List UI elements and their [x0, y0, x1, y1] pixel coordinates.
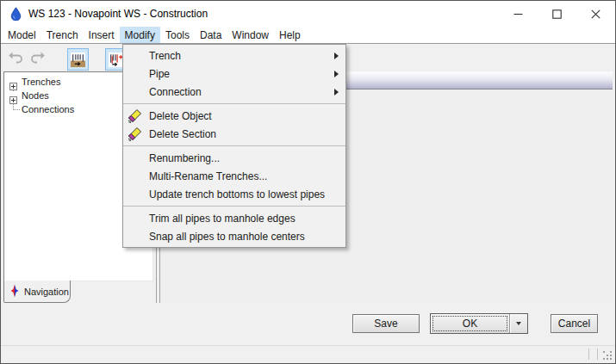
menubar-item-help[interactable]: Help — [274, 27, 306, 43]
save-button-label: Save — [374, 318, 397, 330]
status-separator — [597, 349, 598, 360]
submenu-arrow-icon — [334, 71, 339, 77]
menu-item-renumbering[interactable]: Renumbering... — [123, 149, 345, 167]
minimize-button[interactable] — [499, 1, 538, 27]
menu-item-label: Update trench bottoms to lowest pipes — [149, 188, 325, 201]
ok-button[interactable]: OK — [431, 314, 510, 333]
menu-item-label: Trim all pipes to manhole edges — [149, 213, 296, 225]
menu-item-snap-all-pipes[interactable]: Snap all pipes to manhole centers — [123, 227, 345, 245]
menu-item-connection[interactable]: Connection — [123, 83, 345, 101]
menu-separator — [123, 206, 345, 207]
menu-item-label: Delete Object — [149, 110, 212, 122]
menu-item-delete-object[interactable]: Delete Object — [123, 107, 345, 125]
menubar-item-trench[interactable]: Trench — [41, 27, 84, 43]
ok-split-button: OK — [430, 313, 528, 334]
tree-item-label: Trenches — [22, 77, 60, 87]
tab-label: Navigation — [24, 287, 69, 297]
construction-profile-icon[interactable] — [67, 48, 89, 71]
menu-item-delete-section[interactable]: Delete Section — [123, 125, 345, 143]
modify-dropdown-menu: Trench Pipe Connection Delete Object — [122, 44, 346, 248]
water-drop-icon — [10, 7, 22, 21]
tree-item-label: Nodes — [22, 90, 49, 101]
menubar-item-tools[interactable]: Tools — [160, 27, 195, 43]
menu-item-label: Trench — [149, 50, 181, 62]
window-title: WS 123 - Novapoint WS - Construction — [28, 8, 208, 20]
maximize-button[interactable] — [538, 1, 576, 27]
menu-separator — [123, 103, 345, 104]
menu-item-pipe[interactable]: Pipe — [123, 65, 345, 83]
menu-item-label: Delete Section — [149, 128, 216, 140]
menu-item-multi-rename-trenches[interactable]: Multi-Rename Trenches... — [123, 167, 345, 185]
expand-icon[interactable] — [9, 78, 17, 86]
cancel-button[interactable]: Cancel — [551, 314, 598, 333]
menu-bar: Model Trench Insert Modify Tools Data Wi… — [1, 27, 615, 44]
menubar-item-model[interactable]: Model — [3, 27, 41, 43]
menubar-item-data[interactable]: Data — [195, 27, 227, 43]
compass-icon — [9, 284, 21, 299]
menu-item-label: Multi-Rename Trenches... — [149, 170, 267, 182]
status-bar — [1, 345, 615, 363]
menu-item-update-trench-bottoms[interactable]: Update trench bottoms to lowest pipes — [123, 185, 345, 203]
eraser-icon — [128, 108, 142, 123]
ok-dropdown-button[interactable] — [510, 314, 527, 333]
menu-separator — [123, 145, 345, 146]
tab-navigation[interactable]: Navigation — [3, 281, 71, 303]
tree-item-connections[interactable]: Connections — [4, 102, 74, 116]
tree-item-label: Connections — [22, 104, 74, 114]
submenu-arrow-icon — [334, 89, 339, 96]
menu-item-trench[interactable]: Trench — [123, 46, 345, 65]
undo-icon[interactable] — [8, 51, 23, 64]
menu-item-label: Snap all pipes to manhole centers — [149, 231, 305, 243]
menu-item-label: Pipe — [149, 68, 170, 80]
menu-item-label: Connection — [149, 86, 202, 98]
submenu-arrow-icon — [334, 52, 339, 59]
save-button[interactable]: Save — [352, 314, 420, 333]
cancel-button-label: Cancel — [558, 318, 590, 330]
menubar-item-modify[interactable]: Modify — [120, 27, 160, 43]
resize-grip[interactable] — [603, 351, 605, 353]
menu-item-trim-all-pipes[interactable]: Trim all pipes to manhole edges — [123, 209, 345, 227]
close-button[interactable] — [576, 1, 615, 27]
app-window: WS 123 - Novapoint WS - Construction Mod… — [0, 0, 616, 364]
window-controls — [499, 1, 615, 27]
status-separator — [588, 349, 589, 360]
menubar-item-window[interactable]: Window — [227, 27, 274, 43]
eraser-icon — [128, 126, 142, 141]
title-bar: WS 123 - Novapoint WS - Construction — [1, 1, 615, 27]
ok-button-label: OK — [463, 318, 477, 330]
menu-item-label: Renumbering... — [149, 152, 220, 164]
redo-icon[interactable] — [30, 51, 46, 64]
chevron-down-icon — [516, 322, 521, 325]
menubar-item-insert[interactable]: Insert — [84, 27, 120, 43]
expand-icon[interactable] — [9, 92, 17, 100]
